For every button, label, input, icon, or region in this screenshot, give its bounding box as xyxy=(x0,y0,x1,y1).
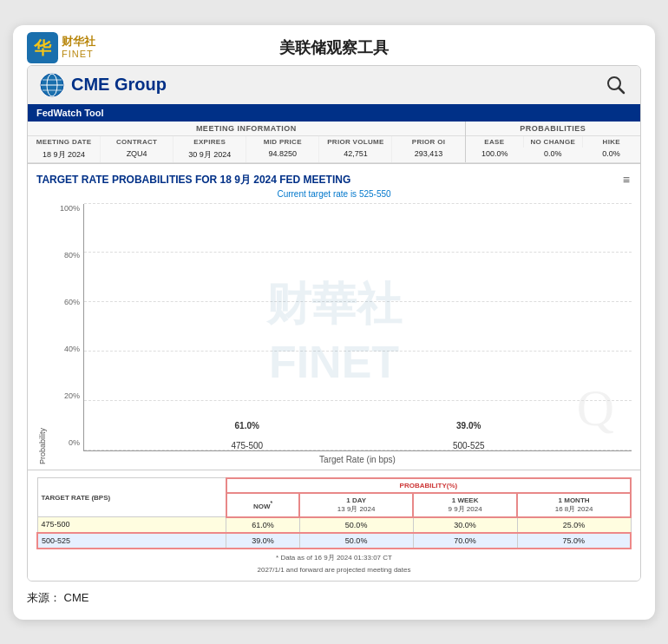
bar-label-61: 61.0% xyxy=(235,421,259,430)
table-col-now: NOW* xyxy=(226,493,299,517)
col-1month-date: 16 8月 2024 xyxy=(521,504,626,514)
bar-x-label-475: 475-500 xyxy=(231,441,263,450)
week1-475-500: 30.0% xyxy=(413,517,517,533)
val-contract: ZQU4 xyxy=(101,148,174,162)
y-tick-80: 80% xyxy=(64,251,80,260)
finet-en-name: FINET xyxy=(62,49,95,60)
table-footer-2: 2027/1/1 and forward are projected meeti… xyxy=(36,566,632,574)
prob-table: TARGET RATE (BPS) PROBABILITY(%) NOW* 1 … xyxy=(36,477,632,549)
search-button[interactable] xyxy=(604,73,628,97)
chart-menu-icon[interactable]: ≡ xyxy=(623,173,630,187)
page-title: 美联储观察工具 xyxy=(279,37,389,58)
month1-475-500: 25.0% xyxy=(517,517,631,533)
rate-475-500: 475-500 xyxy=(37,517,226,533)
bottom-table-section: TARGET RATE (BPS) PROBABILITY(%) NOW* 1 … xyxy=(28,470,640,581)
val-prior-oi: 293,413 xyxy=(392,148,464,162)
rate-500-525: 500-525 xyxy=(37,533,226,549)
search-icon xyxy=(606,76,625,95)
table-col-1week: 1 WEEK 9 9月 2024 xyxy=(413,493,517,517)
val-ease: 100.0% xyxy=(466,148,524,160)
table-col-1day: 1 DAY 13 9月 2024 xyxy=(299,493,413,517)
fedwatch-label: FedWatch Tool xyxy=(36,108,104,118)
val-hike: 0.0% xyxy=(582,148,640,160)
col-header-contract: CONTRACT xyxy=(101,136,174,148)
finet-logo: 华 财华社 FINET xyxy=(27,32,95,63)
prob-col-nochange: NO CHANGE xyxy=(524,136,582,148)
val-date: 18 9月 2024 xyxy=(28,148,101,162)
bar-group-500-525: 39.0% 500-525 xyxy=(429,421,508,450)
col-1month-label: 1 MONTH xyxy=(521,496,626,504)
now-500-525: 39.0% xyxy=(226,533,299,549)
meeting-col-values: 18 9月 2024 ZQU4 30 9月 2024 94.8250 42,75… xyxy=(28,148,465,162)
day1-475-500: 50.0% xyxy=(299,517,413,533)
bar-label-39: 39.0% xyxy=(456,421,481,430)
meeting-info-section: MEETING INFORMATION MEETING DATE CONTRAC… xyxy=(28,122,640,164)
chart-inner: 61.0% 475-500 39.0% 500-525 xyxy=(83,204,632,451)
col-header-expires: EXPIRES xyxy=(174,136,246,148)
chart-subtitle: Current target rate is 525-550 xyxy=(36,189,632,199)
now-asterisk: * xyxy=(271,500,273,506)
val-prior-vol: 42,751 xyxy=(319,148,392,162)
table-col-1month: 1 MONTH 16 8月 2024 xyxy=(517,493,631,517)
chart-plot-area: 61.0% 475-500 39.0% 500-525 Target Rate xyxy=(83,204,632,464)
col-1week-label: 1 WEEK xyxy=(417,496,513,504)
y-tick-100: 100% xyxy=(60,204,80,213)
finet-logo-icon: 华 xyxy=(27,32,58,63)
cme-globe-icon xyxy=(40,73,64,97)
svg-text:华: 华 xyxy=(33,38,52,57)
source-label: 来源： CME xyxy=(27,590,641,606)
prob-col-headers: EASE NO CHANGE HIKE xyxy=(466,136,640,148)
fedwatch-toolbar: FedWatch Tool xyxy=(28,104,640,122)
col-1day-label: 1 DAY xyxy=(304,496,409,504)
col-header-prior-vol: PRIOR VOLUME xyxy=(319,136,392,148)
finet-cn-name: 财华社 xyxy=(62,35,95,49)
table-row-475-500: 475-500 61.0% 50.0% 30.0% 25.0% xyxy=(37,517,631,533)
now-475-500: 61.0% xyxy=(226,517,299,533)
col-1week-date: 9 9月 2024 xyxy=(417,504,513,514)
y-axis-label: Probability xyxy=(36,204,49,464)
col-1day-date: 13 9月 2024 xyxy=(304,504,409,514)
meeting-col-headers: MEETING DATE CONTRACT EXPIRES MID PRICE … xyxy=(28,136,465,148)
table-row-500-525: 500-525 39.0% 50.0% 70.0% 75.0% xyxy=(37,533,631,549)
col-header-date: MEETING DATE xyxy=(28,136,101,148)
month1-500-525: 75.0% xyxy=(517,533,631,549)
prob-col-values: 100.0% 0.0% 0.0% xyxy=(466,148,640,160)
y-axis: 100% 80% 60% 40% 20% 0% xyxy=(49,204,83,464)
chart-title: TARGET RATE PROBABILITIES FOR 18 9月 2024… xyxy=(36,173,632,187)
table-footer-1: * Data as of 16 9月 2024 01:33:07 CT xyxy=(36,553,632,562)
svg-line-8 xyxy=(619,88,624,93)
cme-logo-group: CME Group xyxy=(40,73,167,97)
bar-x-label-500: 500-525 xyxy=(453,441,485,450)
chart-container: 财華社FINET Q Probability 100% 80% 60% 40% … xyxy=(36,204,632,464)
val-mid-price: 94.8250 xyxy=(246,148,319,162)
y-tick-20: 20% xyxy=(64,391,80,400)
val-nochange: 0.0% xyxy=(524,148,582,160)
day1-500-525: 50.0% xyxy=(299,533,413,549)
col-header-mid-price: MID PRICE xyxy=(246,136,319,148)
prob-title: PROBABILITIES xyxy=(466,122,640,136)
prob-col-hike: HIKE xyxy=(583,136,640,148)
prob-col-ease: EASE xyxy=(466,136,524,148)
cme-brand-name: CME Group xyxy=(71,75,167,95)
y-tick-60: 60% xyxy=(64,298,80,306)
finet-text-group: 财华社 FINET xyxy=(62,35,95,60)
val-expires: 30 9月 2024 xyxy=(174,148,246,162)
week1-500-525: 70.0% xyxy=(413,533,517,549)
y-tick-0: 0% xyxy=(69,438,80,447)
probabilities-block: PROBABILITIES EASE NO CHANGE HIKE 100.0%… xyxy=(466,122,640,162)
chart-area: TARGET RATE PROBABILITIES FOR 18 9月 2024… xyxy=(28,164,640,470)
y-tick-40: 40% xyxy=(64,345,80,353)
table-header-rate: TARGET RATE (BPS) xyxy=(37,478,226,517)
x-axis-label: Target Rate (in bps) xyxy=(83,455,632,464)
cme-header: CME Group xyxy=(28,66,640,104)
main-content-card: CME Group FedWatch Tool MEETING INFORMAT… xyxy=(27,65,641,582)
meeting-info-title: MEETING INFORMATION xyxy=(28,122,465,136)
col-header-prior-oi: PRIOR OI xyxy=(392,136,464,148)
table-header-prob-group: PROBABILITY(%) xyxy=(226,478,631,493)
bars-area: 61.0% 475-500 39.0% 500-525 xyxy=(84,204,632,450)
meeting-info-block: MEETING INFORMATION MEETING DATE CONTRAC… xyxy=(28,122,466,162)
bar-group-475-500: 61.0% 475-500 xyxy=(208,421,286,450)
